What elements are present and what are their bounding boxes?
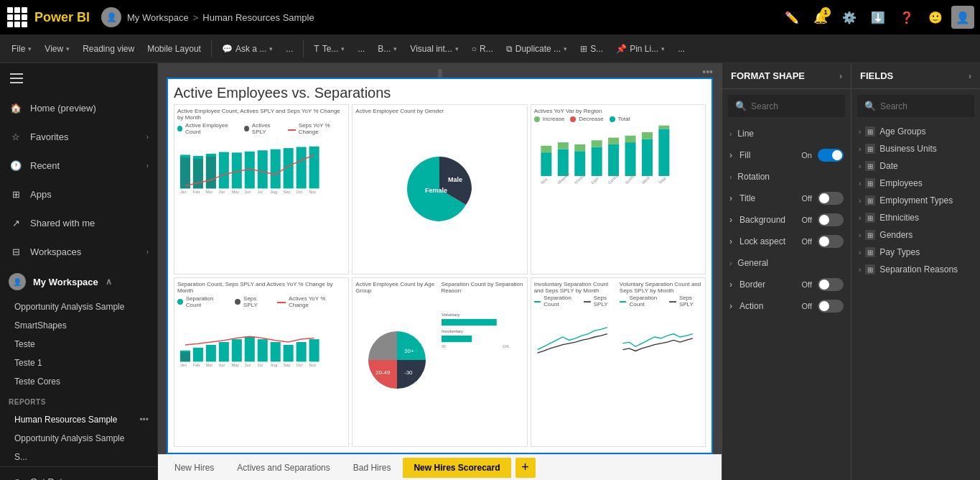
pin-button[interactable]: 📌 Pin Li... ▾ bbox=[610, 41, 671, 57]
background-toggle[interactable] bbox=[818, 213, 844, 226]
format-action-item[interactable]: › Action Off bbox=[722, 295, 851, 317]
toolbar-more-2[interactable]: ... bbox=[352, 41, 370, 57]
tab-bad-hires[interactable]: Bad Hires bbox=[342, 458, 402, 478]
lock-toggle[interactable] bbox=[818, 235, 844, 248]
canvas: ••• Active Employees vs. Separations Act… bbox=[158, 63, 722, 454]
field-pay-types[interactable]: › ⊞ Pay Types bbox=[851, 244, 980, 261]
file-menu-button[interactable]: File ▾ bbox=[6, 41, 37, 57]
sidebar-sub-opportunity[interactable]: Opportunity Analysis Sample bbox=[0, 297, 157, 316]
field-employment-types[interactable]: › ⊞ Employment Types bbox=[851, 192, 980, 209]
settings-button[interactable]: ⚙️ bbox=[836, 4, 862, 30]
svg-rect-42 bbox=[658, 126, 669, 129]
action-toggle-state: Off bbox=[802, 302, 812, 310]
feedback-button[interactable]: 🙂 bbox=[923, 4, 948, 30]
format-lock-aspect-item[interactable]: › Lock aspect Off bbox=[722, 231, 851, 252]
format-search-input[interactable] bbox=[751, 101, 859, 111]
breadcrumb-workspace[interactable]: My Workspace bbox=[127, 12, 189, 23]
field-employees[interactable]: › ⊞ Employees bbox=[851, 175, 980, 192]
format-line-item[interactable]: › Line bbox=[722, 123, 851, 144]
visual-intelligence-button[interactable]: Visual int... ▾ bbox=[404, 41, 464, 57]
chart-separation-count[interactable]: Separation Count, Seps SPLY and Actives … bbox=[174, 277, 349, 448]
chart-line-charts[interactable]: Involuntary Separation Count and Seps SP… bbox=[531, 277, 706, 448]
reading-view-button[interactable]: Reading view bbox=[77, 41, 140, 57]
field-separation-reasons[interactable]: › ⊞ Separation Reasons bbox=[851, 261, 980, 278]
sidebar-my-workspace[interactable]: 👤 My Workspace ∧ bbox=[0, 266, 157, 297]
field-date[interactable]: › ⊞ Date bbox=[851, 157, 980, 175]
svg-rect-52 bbox=[193, 347, 203, 361]
border-toggle[interactable] bbox=[818, 278, 844, 291]
edit-icon-button[interactable]: ✏️ bbox=[779, 4, 805, 30]
help-button[interactable]: ❓ bbox=[894, 4, 920, 30]
download-button[interactable]: ⬇️ bbox=[865, 4, 891, 30]
sidebar-report-s[interactable]: S... bbox=[0, 448, 157, 466]
pay-types-expand-icon: › bbox=[859, 249, 861, 257]
dup-icon: ⧉ bbox=[506, 44, 513, 54]
sidebar-item-apps[interactable]: ⊞ Apps bbox=[0, 180, 157, 208]
fill-toggle[interactable] bbox=[818, 149, 844, 162]
chart4-title: Separation Count, Seps SPLY and Actives … bbox=[177, 281, 345, 294]
fields-search-input[interactable] bbox=[880, 101, 980, 111]
sidebar-item-workspaces[interactable]: ⊟ Workspaces › bbox=[0, 237, 157, 266]
toolbar-more-1[interactable]: ... bbox=[280, 41, 299, 57]
duplicate-button[interactable]: ⧉ Duplicate ... ▾ bbox=[500, 41, 573, 57]
field-ethnicities[interactable]: › ⊞ Ethnicities bbox=[851, 209, 980, 226]
sidebar-item-recent[interactable]: 🕐 Recent › bbox=[0, 151, 157, 180]
hr-report-more-icon[interactable]: ••• bbox=[139, 415, 149, 425]
svg-rect-30 bbox=[557, 142, 568, 149]
sidebar-sub-teste1[interactable]: Teste 1 bbox=[0, 354, 157, 372]
fields-panel-expand-icon[interactable]: › bbox=[969, 71, 971, 81]
field-business-units[interactable]: › ⊞ Business Units bbox=[851, 140, 980, 157]
canvas-more-icon[interactable]: ••• bbox=[702, 66, 713, 78]
chart-region[interactable]: Actives YoY Var by Region Increase Decre… bbox=[531, 104, 706, 274]
tab-actives-separations[interactable]: Actives and Separations bbox=[226, 458, 340, 478]
add-tab-button[interactable]: + bbox=[515, 458, 536, 478]
b-button[interactable]: B... ▾ bbox=[372, 41, 403, 57]
chart-gender[interactable]: Active Employee Count by Gender Female M… bbox=[352, 104, 527, 274]
r-button[interactable]: ○ R... bbox=[466, 41, 499, 57]
fields-search-box[interactable]: 🔍 bbox=[857, 95, 974, 117]
format-fill-item[interactable]: › Fill On bbox=[722, 144, 851, 166]
view-menu-button[interactable]: View ▾ bbox=[39, 41, 75, 57]
svg-rect-35 bbox=[608, 144, 619, 176]
svg-text:10K: 10K bbox=[502, 343, 509, 348]
sidebar-sub-teste[interactable]: Teste bbox=[0, 335, 157, 354]
hamburger-icon[interactable] bbox=[6, 69, 27, 88]
ask-button[interactable]: 💬 Ask a ... ▾ bbox=[216, 41, 279, 57]
sidebar-report-hr[interactable]: Human Resources Sample ••• bbox=[0, 410, 157, 429]
mobile-layout-button[interactable]: Mobile Layout bbox=[141, 41, 207, 57]
s-button[interactable]: ⊞ S... bbox=[574, 41, 609, 57]
sidebar-item-shared[interactable]: ↗ Shared with me bbox=[0, 208, 157, 237]
b-chevron-icon: ▾ bbox=[393, 45, 397, 52]
format-rotation-item[interactable]: › Rotation bbox=[722, 166, 851, 188]
title-toggle[interactable] bbox=[818, 192, 844, 205]
sidebar-item-home[interactable]: 🏠 Home (preview) bbox=[0, 93, 157, 122]
format-general-item[interactable]: › General bbox=[722, 252, 851, 274]
toolbar-more-3[interactable]: ... bbox=[672, 41, 691, 57]
user-avatar[interactable]: 👤 bbox=[951, 6, 974, 29]
text-button[interactable]: T Te... ▾ bbox=[308, 41, 350, 57]
tab-new-hires[interactable]: New Hires bbox=[164, 458, 225, 478]
waffle-menu-button[interactable] bbox=[6, 6, 29, 29]
genders-expand-icon: › bbox=[859, 231, 861, 239]
tab-new-hires-scorecard[interactable]: New Hires Scorecard bbox=[403, 458, 510, 478]
sidebar-get-data[interactable]: ↗ Get Data bbox=[0, 466, 157, 480]
sidebar-sub-smartshapes[interactable]: SmartShapes bbox=[0, 316, 157, 335]
format-background-item[interactable]: › Background Off bbox=[722, 209, 851, 231]
field-age-groups[interactable]: › ⊞ Age Groups bbox=[851, 123, 980, 140]
chart-active-employees[interactable]: Active Employee Count, Actives SPLY and … bbox=[174, 104, 349, 274]
sidebar-item-favorites[interactable]: ☆ Favorites › bbox=[0, 122, 157, 151]
format-panel-expand-icon[interactable]: › bbox=[839, 71, 842, 81]
notification-button[interactable]: 🔔 1 bbox=[808, 4, 834, 30]
svg-text:Feb: Feb bbox=[193, 190, 200, 194]
action-toggle[interactable] bbox=[818, 300, 844, 313]
format-title-item[interactable]: › Title Off bbox=[722, 188, 851, 209]
sidebar-sub-testecores[interactable]: Teste Cores bbox=[0, 372, 157, 391]
separation-reason-section: Separation Count by Separation Reason Vo… bbox=[442, 281, 524, 444]
sidebar-report-opportunity[interactable]: Opportunity Analysis Sample bbox=[0, 429, 157, 448]
format-border-item[interactable]: › Border Off bbox=[722, 274, 851, 295]
legend4-2: Seps SPLY bbox=[243, 295, 271, 308]
format-search-box[interactable]: 🔍 bbox=[728, 95, 845, 117]
chart-age-separation[interactable]: Active Employee Count by Age Group 30+ - bbox=[352, 277, 527, 448]
field-genders[interactable]: › ⊞ Genders bbox=[851, 226, 980, 244]
sidebar-toggle[interactable] bbox=[0, 63, 157, 93]
